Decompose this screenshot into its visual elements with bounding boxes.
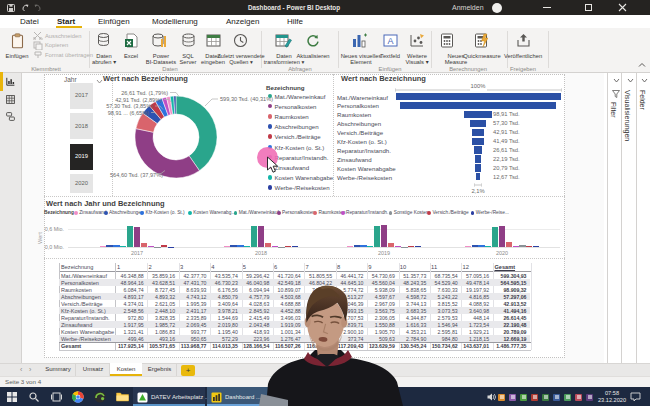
svg-text:A: A — [387, 36, 393, 46]
